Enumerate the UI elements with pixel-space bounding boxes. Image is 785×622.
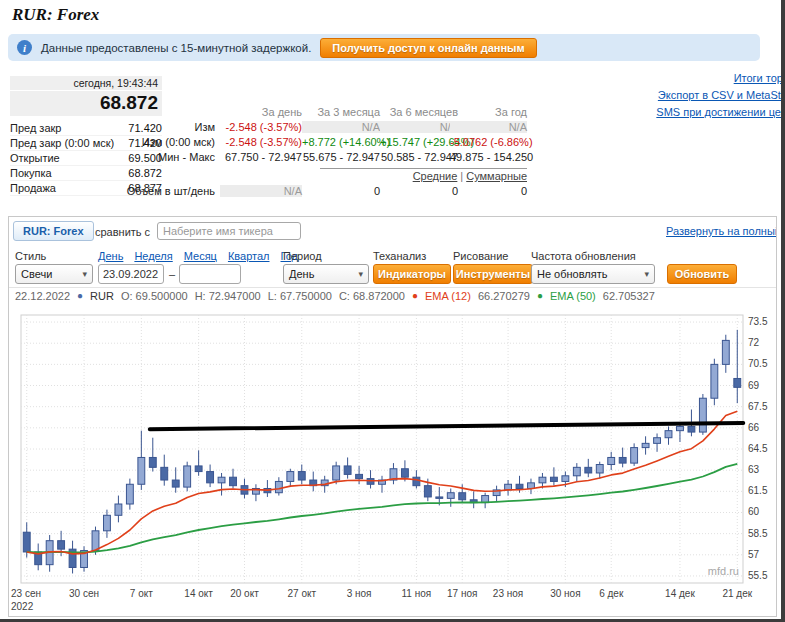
quote-cell: -2.548 (-3.57%): [220, 121, 302, 133]
totals-link[interactable]: Суммарные: [466, 170, 527, 182]
svg-text:6 дек: 6 дек: [599, 588, 624, 599]
row-label: Изм (0:00 мск): [125, 136, 215, 148]
quote-row-bid: Покупка 68.872: [10, 166, 162, 181]
range-quarter[interactable]: Квартал: [228, 250, 270, 262]
svg-text:7 окт: 7 окт: [130, 588, 153, 599]
svg-text:3 ноя: 3 ноя: [347, 588, 372, 599]
quote-cell: N/A: [220, 185, 302, 197]
svg-text:66: 66: [748, 422, 760, 433]
svg-text:30 ноя: 30 ноя: [550, 588, 580, 599]
quote-cell: -2.548 (-3.57%): [220, 136, 302, 148]
link-export-csv[interactable]: Экспорт в CSV и MetaSto: [557, 89, 781, 101]
link-trade-results[interactable]: Итоги торг: [557, 72, 781, 84]
quote-timestamp: сегодня, 19:43:44: [10, 76, 162, 90]
quote-label: Продажа: [10, 182, 56, 194]
quote-column-headers: За день За 3 месяца За 6 месяцев За год: [125, 106, 527, 119]
link-sms-alert[interactable]: SMS при достижении цен: [557, 106, 781, 118]
svg-text:57: 57: [748, 549, 760, 560]
refresh-frequency-select[interactable]: Не обновлять ▾: [531, 264, 655, 284]
svg-text:20 окт: 20 окт: [230, 588, 259, 599]
date-from-input[interactable]: [98, 264, 164, 284]
tools-button[interactable]: Инструменты: [453, 264, 533, 284]
legend-ema12-value: 66.270279: [478, 290, 530, 302]
volume-row: Объём в шт/день N/A 0 0 0: [125, 185, 527, 199]
ta-label: Теханализ: [373, 250, 426, 262]
panel-divider: [9, 287, 776, 288]
fullscreen-link[interactable]: Развернуть на полный экра: [666, 225, 777, 237]
ema12-dot-icon: ●: [412, 291, 418, 301]
legend-symbol: RUR: [90, 290, 114, 302]
quote-cell: 49.875 - 154.250: [450, 151, 527, 163]
quote-cell: +8.772 (+14.60%): [302, 136, 380, 148]
chevron-down-icon: ▾: [644, 269, 649, 279]
quote-label: Пред закр (0:00 мск): [10, 137, 114, 149]
quote-cell: N/A: [380, 121, 458, 133]
averages-link[interactable]: Средние: [413, 170, 458, 182]
svg-text:55.5: 55.5: [748, 570, 768, 581]
quote-cell: 67.750 - 72.947: [220, 151, 302, 163]
watermark: mfd.ru: [708, 565, 739, 577]
refresh-frequency-value: Не обновлять: [537, 268, 607, 280]
change-msk-row: Изм (0:00 мск) -2.548 (-3.57%) +8.772 (+…: [125, 136, 527, 150]
svg-text:21 дек: 21 дек: [722, 588, 752, 599]
svg-text:61.5: 61.5: [748, 485, 768, 496]
chart-panel: RUR: Forex сравнить с Развернуть на полн…: [8, 216, 777, 617]
legend-low: L: 67.750000: [268, 290, 332, 302]
svg-text:60: 60: [748, 506, 760, 517]
legend-ema50-value: 62.705327: [603, 290, 655, 302]
svg-text:27 окт: 27 окт: [288, 588, 317, 599]
legend-close: C: 68.872000: [339, 290, 405, 302]
svg-text:72: 72: [748, 337, 760, 348]
date-to-input[interactable]: [179, 264, 241, 284]
side-links: Итоги торг Экспорт в CSV и MetaSto SMS п…: [557, 72, 781, 123]
quote-value: 68.872: [128, 167, 162, 179]
row-label: Изм: [125, 121, 215, 133]
indicators-button[interactable]: Индикаторы: [373, 264, 451, 284]
page: RUR: Forex i Данные предоставлены с 15-м…: [0, 0, 781, 619]
quote-cell: +15.747 (+29.64%): [380, 136, 458, 148]
column-header-year: За год: [450, 106, 527, 118]
quote-cell: N/A: [302, 121, 380, 133]
freq-label: Частота обновления: [531, 250, 636, 262]
tab-rur-forex[interactable]: RUR: Forex: [13, 221, 94, 241]
compare-ticker-input[interactable]: [157, 222, 301, 240]
period-select[interactable]: День ▾: [283, 264, 369, 284]
style-select[interactable]: Свечи ▾: [15, 264, 93, 284]
style-select-value: Свечи: [21, 268, 52, 280]
column-header-6m: За 6 месяцев: [380, 106, 458, 118]
gridlines: 73.57270.56967.56664.56361.56058.55755.5…: [11, 315, 768, 612]
quote-label: Покупка: [10, 167, 52, 179]
quote-cell: 0: [302, 185, 380, 197]
svg-text:30 сен: 30 сен: [69, 588, 99, 599]
refresh-button[interactable]: Обновить: [667, 264, 737, 284]
page-title: RUR: Forex: [12, 5, 99, 25]
quote-label: Открытие: [10, 152, 60, 164]
series-dot-icon: ●: [77, 291, 83, 301]
date-range-dash: –: [169, 268, 175, 280]
legend-date: 22.12.2022: [15, 290, 70, 302]
range-month[interactable]: Месяц: [184, 250, 217, 262]
chart-legend: 22.12.2022 ● RUR O: 69.500000 H: 72.9470…: [15, 290, 655, 302]
get-online-access-button[interactable]: Получить доступ к онлайн данным: [320, 38, 536, 58]
svg-text:14 окт: 14 окт: [184, 588, 213, 599]
delay-banner-text: Данные предоставлены с 15-минутной задер…: [41, 42, 311, 54]
svg-text:69: 69: [748, 380, 760, 391]
quote-cell: -5.0762 (-6.86%): [450, 136, 527, 148]
row-label: Объём в шт/день: [125, 185, 215, 197]
range-links: День Неделя Месяц Квартал Год: [98, 250, 298, 262]
svg-text:73.5: 73.5: [748, 316, 768, 327]
range-week[interactable]: Неделя: [134, 250, 172, 262]
quote-cell: 0: [450, 185, 527, 197]
legend-ema50-label: EMA (50): [550, 290, 596, 302]
column-header-3m: За 3 месяца: [302, 106, 380, 118]
svg-text:70.5: 70.5: [748, 358, 768, 369]
svg-text:63: 63: [748, 464, 760, 475]
quote-cell: 55.675 - 72.947: [302, 151, 380, 163]
svg-text:23 сен: 23 сен: [11, 588, 41, 599]
range-day[interactable]: День: [98, 250, 123, 262]
quote-label: Пред закр: [10, 122, 61, 134]
info-icon: i: [17, 40, 32, 55]
quote-cell: 0: [380, 185, 458, 197]
price-chart[interactable]: 73.57270.56967.56664.56361.56058.55755.5…: [9, 309, 776, 617]
quote-cell: N/A: [450, 121, 527, 133]
